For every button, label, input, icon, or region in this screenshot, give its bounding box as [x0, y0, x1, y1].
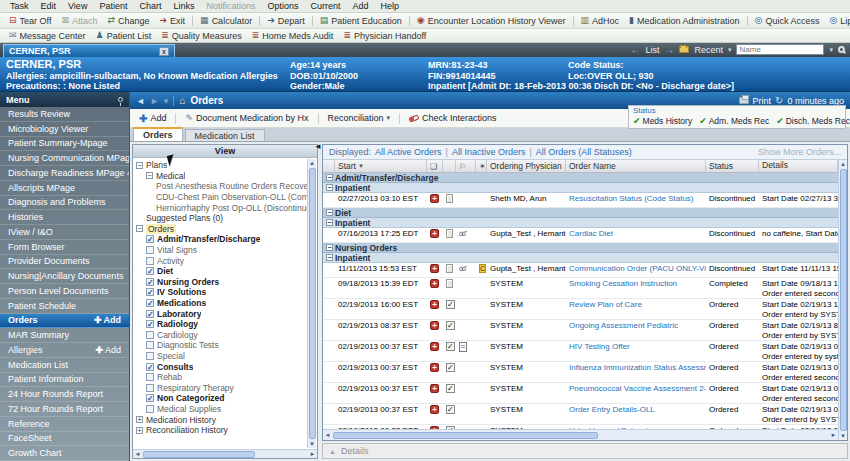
- tree-node-consults[interactable]: ✓Consults: [136, 361, 307, 372]
- nurse-review-checkbox-checked[interactable]: ✓: [446, 300, 455, 309]
- tree-node-nursing-orders[interactable]: ✓Nursing Orders: [136, 277, 307, 288]
- add-order-button[interactable]: ✚ Add: [136, 113, 169, 124]
- order-name-link[interactable]: HIV Testing Offer: [569, 342, 630, 351]
- sidebar-item-person-level-documents[interactable]: Person Level Documents: [0, 284, 129, 299]
- change-button[interactable]: ⇄Change: [102, 16, 154, 26]
- nurse-review-checkbox-empty[interactable]: [446, 279, 453, 288]
- order-name-link[interactable]: Order Entry Details-OLL: [569, 405, 655, 414]
- order-subgroup-row[interactable]: −Inpatient: [323, 253, 838, 263]
- status-column-header[interactable]: Status: [706, 160, 759, 172]
- scrollbar-thumb[interactable]: [143, 451, 255, 458]
- tree-node-orders[interactable]: −Orders: [136, 224, 307, 235]
- recent-label[interactable]: Recent: [694, 45, 723, 55]
- details-column-header[interactable]: Details: [759, 160, 838, 172]
- checkbox-unchecked[interactable]: [146, 341, 154, 349]
- checkbox-checked[interactable]: ✓: [146, 267, 154, 275]
- physician-handoff-button[interactable]: ≣Physician Handoff: [338, 31, 431, 41]
- tree-node-medications[interactable]: ✓Medications: [136, 298, 307, 309]
- tree-node-vital-signs[interactable]: Vital Signs: [136, 245, 307, 256]
- tree-node-suggested-plans-0[interactable]: Suggested Plans (0): [136, 213, 307, 224]
- order-row[interactable]: 02/19/2013 00:37 EST+✓SYSTEMInfluenza Im…: [323, 362, 838, 383]
- filter-all-inactive-orders[interactable]: All Inactive Orders: [452, 147, 526, 157]
- order-row[interactable]: 02/19/2013 00:37 EST+✓SYSTEMHIV Testing …: [323, 341, 838, 362]
- start-column-header[interactable]: Start ▼: [335, 160, 427, 172]
- sidebar-item-patient-summary-mpage[interactable]: Patient Summary-Mpage: [0, 137, 129, 152]
- sidebar-item-medication-list[interactable]: Medication List: [0, 358, 129, 373]
- search-icon[interactable]: [838, 46, 845, 53]
- medication-administration-button[interactable]: ▮Medication Administration: [624, 16, 745, 26]
- collapse-minus-icon[interactable]: −: [326, 184, 333, 191]
- nurse-review-checkbox-checked[interactable]: ✓: [446, 342, 455, 351]
- checkbox-unchecked[interactable]: [146, 352, 154, 360]
- tree-node-respiratory-therapy[interactable]: Respiratory Therapy: [136, 382, 307, 393]
- chevron-down-icon[interactable]: ▾: [164, 96, 169, 106]
- forward-icon[interactable]: ►: [150, 96, 159, 106]
- collapse-up-icon[interactable]: ▲: [329, 448, 336, 455]
- tree-node-medical-supplies[interactable]: Medical Supplies: [136, 404, 307, 415]
- order-name-link[interactable]: Ongoing Assessment Pediatric: [569, 321, 678, 330]
- tree-node-diagnostic-tests[interactable]: Diagnostic Tests: [136, 340, 307, 351]
- expand-plus-icon[interactable]: +: [136, 416, 143, 423]
- order-row[interactable]: 07/16/2013 17:25 EDT+óóˆGupta_Test , Hem…: [323, 228, 838, 243]
- previous-patient-icon[interactable]: ←: [630, 45, 640, 55]
- checkbox-checked[interactable]: ✓: [146, 235, 154, 243]
- sidebar-item-results-review[interactable]: Results Review: [0, 107, 129, 122]
- tear-off-button[interactable]: ⊟Tear Off: [4, 16, 56, 26]
- expand-plus-icon[interactable]: +: [136, 427, 143, 434]
- sidebar-item-patient-schedule[interactable]: Patient Schedule: [0, 299, 129, 314]
- tree-node-medical[interactable]: −Medical: [136, 171, 307, 182]
- checkbox-unchecked[interactable]: [146, 331, 154, 339]
- scroll-left-icon[interactable]: ◄: [133, 450, 142, 458]
- checkbox-checked[interactable]: ✓: [146, 320, 154, 328]
- collapse-minus-icon[interactable]: −: [136, 162, 143, 169]
- refresh-icon[interactable]: ↻: [775, 96, 783, 106]
- sidebar-item-discharge-readiness-mpage-4-4[interactable]: Discharge Readiness MPage 4.4: [0, 166, 129, 181]
- sidebar-item-patient-information[interactable]: Patient Information: [0, 373, 129, 388]
- document-medication-button[interactable]: ✎ Document Medication by Hx: [182, 113, 311, 123]
- tree-node-rehab[interactable]: Rehab: [136, 372, 307, 383]
- recent-folder-icon[interactable]: [679, 46, 689, 53]
- checkbox-unchecked[interactable]: [146, 257, 154, 265]
- order-name-link[interactable]: Pneumococcal Vaccine Assessment 2-64: [569, 384, 706, 393]
- sidebar-item-nursing-ancillary-documents[interactable]: Nursing|Ancillary Documents: [0, 269, 129, 284]
- tree-node-non-categorized[interactable]: ✓Non Categorized: [136, 393, 307, 404]
- menu-edit[interactable]: Edit: [35, 1, 63, 11]
- physician-column-header[interactable]: Ordering Physician: [487, 160, 566, 172]
- check-interactions-button[interactable]: Check Interactions: [406, 113, 500, 123]
- tree-vertical-scrollbar[interactable]: ▲ ▼: [307, 159, 316, 448]
- nurse-review-checkbox-checked[interactable]: ✓: [446, 405, 455, 414]
- checkbox-unchecked[interactable]: [146, 405, 154, 413]
- checkbox-checked[interactable]: ✓: [146, 278, 154, 286]
- order-name-link[interactable]: Influenza Immunization Status Assessment: [569, 363, 706, 372]
- scroll-right-icon[interactable]: ►: [308, 450, 317, 458]
- scrollbar-thumb[interactable]: [333, 432, 598, 439]
- pin-icon[interactable]: [118, 97, 123, 102]
- sidebar-item-growth-chart[interactable]: Growth Chart: [0, 446, 129, 461]
- order-name-column-header[interactable]: Order Name: [566, 160, 706, 172]
- tree-node-laboratory[interactable]: ✓Laboratory: [136, 308, 307, 319]
- checkbox-unchecked[interactable]: [146, 246, 154, 254]
- nurse-review-checkbox-empty[interactable]: [446, 194, 453, 203]
- checkbox-unchecked[interactable]: [146, 384, 154, 392]
- order-name-link[interactable]: Cardiac Diet: [569, 229, 613, 238]
- filter-all-active-orders[interactable]: All Active Orders: [375, 147, 442, 157]
- filter-all-orders[interactable]: All Orders (All Statuses): [536, 147, 632, 157]
- scroll-down-icon[interactable]: ▼: [308, 440, 317, 448]
- menu-options[interactable]: Options: [261, 1, 304, 11]
- back-icon[interactable]: ◄: [136, 96, 145, 106]
- order-row[interactable]: 02/19/2013 00:37 EST+✓SYSTEMOrder Entry …: [323, 404, 838, 425]
- quality-measures-button[interactable]: ≣Quality Measures: [156, 31, 247, 41]
- tree-node-cardiology[interactable]: Cardiology: [136, 330, 307, 341]
- tree-node-diet[interactable]: ✓Diet: [136, 266, 307, 277]
- sidebar-item-provider-documents[interactable]: Provider Documents: [0, 255, 129, 270]
- patient-tab[interactable]: CERNER, PSR x: [3, 44, 175, 57]
- depart-button[interactable]: ➔Depart: [262, 16, 310, 26]
- checkbox-checked[interactable]: ✓: [146, 363, 154, 371]
- reconciliation-dropdown[interactable]: Reconciliation ▾: [325, 113, 394, 123]
- menu-view[interactable]: View: [62, 1, 93, 11]
- tree-node-medication-history[interactable]: +Medication History: [136, 414, 307, 425]
- status-adm-meds-rec[interactable]: ✔ Adm. Meds Rec: [699, 116, 769, 126]
- tree-horizontal-scrollbar[interactable]: ◄ ►: [133, 449, 317, 458]
- scroll-left-icon[interactable]: ◄: [323, 431, 332, 439]
- close-icon[interactable]: x: [159, 47, 169, 56]
